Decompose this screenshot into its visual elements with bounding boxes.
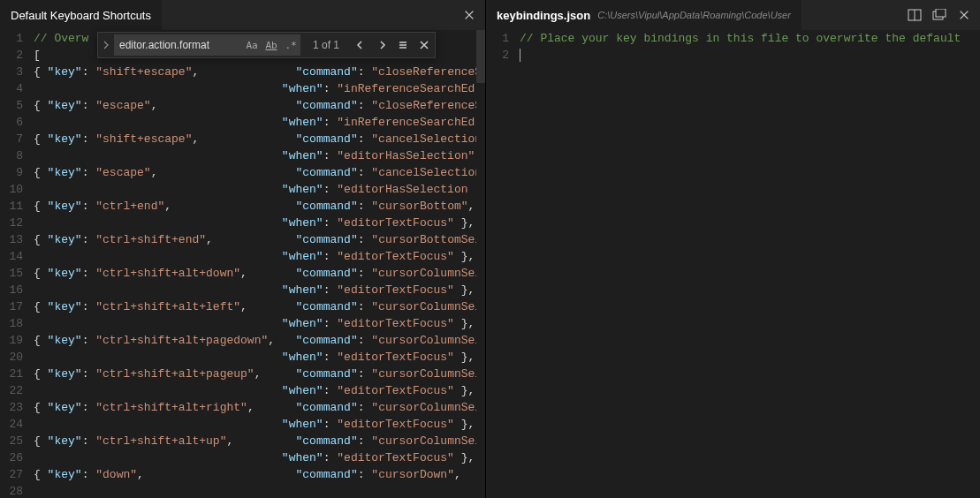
code-line[interactable]: { "key": "escape", "command": "closeRefe… bbox=[34, 97, 485, 114]
code-line[interactable]: "when": "editorTextFocus" }, bbox=[34, 416, 485, 433]
left-minimap[interactable] bbox=[476, 30, 485, 498]
code-line[interactable]: { "key": "ctrl+end", "command": "cursorB… bbox=[34, 198, 485, 215]
find-next-button[interactable] bbox=[373, 36, 391, 54]
code-line[interactable]: { "key": "ctrl+shift+end", "command": "c… bbox=[34, 231, 485, 248]
code-line[interactable]: { "key": "ctrl+shift+alt+pageup", "comma… bbox=[34, 366, 485, 382]
tab-path: C:\Users\Vipul\AppData\Roaming\Code\User bbox=[597, 10, 791, 20]
code-line[interactable]: "when": "editorTextFocus" }, bbox=[34, 382, 485, 399]
left-editor[interactable]: 1234567891011121314151617181920212223242… bbox=[0, 30, 485, 498]
right-tabbar: keybindings.json C:\Users\Vipul\AppData\… bbox=[486, 0, 980, 30]
code-line[interactable]: { "key": "ctrl+shift+alt+left", "command… bbox=[34, 298, 485, 315]
match-case-toggle[interactable]: Aa bbox=[243, 36, 261, 54]
find-input[interactable] bbox=[114, 34, 242, 56]
left-tabbar: Default Keyboard Shortcuts bbox=[0, 0, 485, 30]
find-match-count: 1 of 1 bbox=[313, 39, 339, 51]
code-line[interactable]: "when": "editorHasSelection " bbox=[34, 181, 485, 198]
code-line[interactable]: "when": "editorHasSelection", bbox=[34, 147, 485, 164]
code-line[interactable]: "when": "editorTextFocus" }, bbox=[34, 248, 485, 265]
code-line[interactable]: "when": "editorTextFocus" }, bbox=[34, 349, 485, 366]
code-line[interactable]: { "key": "ctrl+shift+alt+up", "command":… bbox=[34, 433, 485, 449]
tab-default-keyboard-shortcuts[interactable]: Default Keyboard Shortcuts bbox=[0, 0, 162, 30]
close-icon[interactable] bbox=[957, 8, 971, 22]
tab-keybindings-json[interactable]: keybindings.json C:\Users\Vipul\AppData\… bbox=[486, 0, 801, 30]
find-previous-button[interactable] bbox=[352, 36, 369, 54]
code-line[interactable]: "when": "inReferenceSearchEd" bbox=[34, 80, 485, 97]
tab-title: Default Keyboard Shortcuts bbox=[11, 9, 151, 22]
right-gutter: 12 bbox=[486, 30, 520, 498]
code-line[interactable] bbox=[34, 483, 485, 498]
find-close-button[interactable] bbox=[415, 36, 433, 54]
minimap-thumb[interactable] bbox=[476, 30, 485, 83]
code-line[interactable]: "when": "editorTextFocus" }, bbox=[34, 282, 485, 298]
tab-title: keybindings.json bbox=[497, 9, 590, 22]
split-editor-icon[interactable] bbox=[908, 8, 922, 22]
match-whole-word-toggle[interactable]: Ab bbox=[262, 36, 280, 54]
code-line[interactable]: { "key": "escape", "command": "cancelSel… bbox=[34, 164, 485, 181]
code-line[interactable]: { "key": "shift+escape", "command": "clo… bbox=[34, 64, 485, 80]
code-line[interactable]: { "key": "ctrl+shift+alt+pagedown", "com… bbox=[34, 332, 485, 349]
close-icon[interactable] bbox=[462, 8, 476, 22]
regex-toggle[interactable]: .* bbox=[282, 36, 300, 54]
right-editor[interactable]: 12 // Place your key bindings in this fi… bbox=[486, 30, 980, 498]
code-line[interactable]: { "key": "shift+escape", "command": "can… bbox=[34, 131, 485, 147]
left-editor-group: Default Keyboard Shortcuts 1234567891011… bbox=[0, 0, 486, 498]
left-gutter: 1234567891011121314151617181920212223242… bbox=[0, 30, 34, 498]
code-line[interactable]: { "key": "down", "command": "cursorDown"… bbox=[34, 466, 485, 483]
code-line[interactable]: // Place your key bindings in this file … bbox=[520, 30, 980, 47]
find-in-selection-toggle[interactable] bbox=[394, 36, 412, 54]
open-keyboard-shortcuts-icon[interactable] bbox=[932, 8, 946, 22]
find-toggle-replace[interactable] bbox=[98, 33, 114, 57]
code-line[interactable]: "when": "editorTextFocus" }, bbox=[34, 315, 485, 332]
code-line[interactable] bbox=[520, 47, 980, 64]
code-line[interactable]: "when": "editorTextFocus" }, bbox=[34, 215, 485, 231]
left-content[interactable]: // Overw[{ "key": "shift+escape", "comma… bbox=[34, 30, 485, 498]
find-widget: Aa Ab .* 1 of 1 bbox=[97, 32, 436, 58]
right-editor-group: keybindings.json C:\Users\Vipul\AppData\… bbox=[486, 0, 980, 498]
code-line[interactable]: "when": "inReferenceSearchEd" bbox=[34, 114, 485, 131]
svg-rect-3 bbox=[936, 9, 946, 17]
code-line[interactable]: { "key": "ctrl+shift+alt+right", "comman… bbox=[34, 399, 485, 416]
code-line[interactable]: { "key": "ctrl+shift+alt+down", "command… bbox=[34, 265, 485, 282]
code-line[interactable]: "when": "editorTextFocus" }, bbox=[34, 449, 485, 466]
right-content[interactable]: // Place your key bindings in this file … bbox=[520, 30, 980, 498]
find-options: Aa Ab .* bbox=[242, 34, 300, 56]
